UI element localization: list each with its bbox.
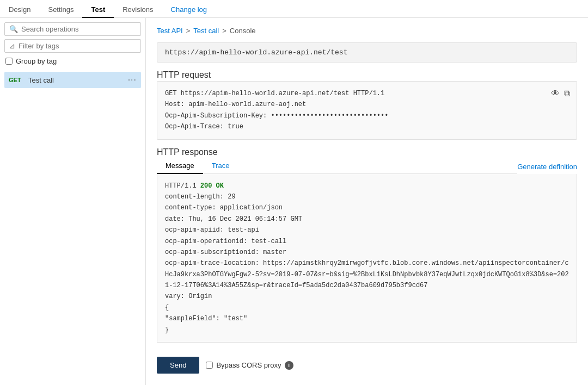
request-subscription-key: Ocp-Apim-Subscription-Key: •••••••••••••… — [165, 110, 569, 121]
top-nav: Design Settings Test Revisions Change lo… — [0, 0, 588, 18]
tab-design[interactable]: Design — [0, 2, 39, 18]
http-response-section: HTTP response Message Trace Generate def… — [157, 147, 577, 343]
http-request-section: HTTP request GET https://apim-hello-worl… — [157, 70, 577, 140]
breadcrumb-testapi[interactable]: Test API — [157, 27, 183, 35]
breadcrumb: Test API > Test call > Console — [157, 27, 577, 35]
response-body: HTTP/1.1 200 OK content-length: 29 conte… — [157, 174, 577, 343]
breadcrumb-testcall[interactable]: Test call — [193, 27, 219, 35]
search-icon: 🔍 — [9, 25, 18, 33]
list-item[interactable]: GET Test call ··· — [4, 72, 141, 88]
bypass-cors-text: Bypass CORS proxy — [216, 361, 281, 369]
response-body-brace-open: { — [165, 302, 569, 313]
sidebar: 🔍 ⊿ Group by tag GET Test call ··· — [0, 18, 146, 385]
response-content-length: content-length: 29 — [165, 191, 569, 202]
info-icon[interactable]: i — [285, 361, 293, 370]
request-trace: Ocp-Apim-Trace: true — [165, 121, 569, 132]
http-request-box: GET https://apim-hello-world.azure-api.n… — [157, 81, 577, 140]
status-code: 200 OK — [200, 182, 224, 190]
tab-message[interactable]: Message — [157, 158, 203, 174]
response-tabs: Message Trace — [157, 158, 517, 174]
filter-input[interactable] — [19, 42, 136, 50]
send-bar: Send Bypass CORS proxy i — [157, 350, 577, 376]
tab-revisions[interactable]: Revisions — [114, 2, 162, 18]
tab-test[interactable]: Test — [82, 2, 114, 18]
response-operationid: ocp-apim-operationid: test-call — [165, 236, 569, 247]
tab-changelog[interactable]: Change log — [162, 2, 216, 18]
group-by-tag-checkbox-row: Group by tag — [4, 56, 141, 66]
send-button[interactable]: Send — [157, 357, 199, 374]
http-response-title: HTTP response — [157, 147, 577, 157]
url-bar: https://apim-hello-world.azure-api.net/t… — [157, 42, 577, 63]
generate-definition-link[interactable]: Generate definition — [517, 159, 577, 174]
main-layout: 🔍 ⊿ Group by tag GET Test call ··· Test … — [0, 18, 588, 385]
request-line1: GET https://apim-hello-world.azure-api.n… — [165, 88, 569, 99]
filter-by-tags-field[interactable]: ⊿ — [4, 39, 141, 53]
response-content-type: content-type: application/json — [165, 202, 569, 213]
response-subscriptionid: ocp-apim-subscriptionid: master — [165, 247, 569, 258]
tab-settings[interactable]: Settings — [39, 2, 82, 18]
response-status-line: HTTP/1.1 200 OK — [165, 181, 569, 191]
group-by-tag-label: Group by tag — [16, 57, 57, 65]
search-operations-field[interactable]: 🔍 — [4, 22, 141, 36]
request-action-icons: 👁 ⧉ — [551, 87, 570, 102]
response-tabs-row: Message Trace Generate definition — [157, 158, 577, 174]
request-line2: Host: apim-hello-world.azure-aoj.net — [165, 99, 569, 110]
response-date: date: Thu, 16 Dec 2021 06:14:57 GMT — [165, 214, 569, 225]
http-request-title: HTTP request — [157, 70, 577, 80]
copy-icon[interactable]: ⧉ — [564, 87, 570, 102]
filter-icon: ⊿ — [9, 42, 15, 50]
breadcrumb-sep1: > — [186, 27, 191, 35]
method-badge: GET — [9, 77, 24, 83]
bypass-cors-label: Bypass CORS proxy i — [206, 361, 293, 370]
search-input[interactable] — [21, 25, 136, 33]
tab-trace[interactable]: Trace — [203, 158, 238, 174]
bypass-cors-checkbox[interactable] — [206, 362, 213, 369]
more-options-icon[interactable]: ··· — [128, 75, 137, 85]
response-body-field: "sampleField": "test" — [165, 313, 569, 324]
http-version: HTTP/1.1 — [165, 182, 197, 190]
content-area: Test API > Test call > Console https://a… — [146, 18, 588, 385]
response-vary: vary: Origin — [165, 291, 569, 302]
breadcrumb-console: Console — [230, 27, 256, 35]
group-by-tag-checkbox[interactable] — [5, 58, 13, 65]
response-apiid: ocp-apim-apiid: test-api — [165, 225, 569, 235]
breadcrumb-sep2: > — [222, 27, 226, 35]
response-body-brace-close: } — [165, 325, 569, 336]
response-trace-location: ocp-apim-trace-location: https://apimstk… — [165, 258, 569, 291]
eye-icon[interactable]: 👁 — [551, 87, 560, 102]
operation-name: Test call — [28, 76, 124, 84]
